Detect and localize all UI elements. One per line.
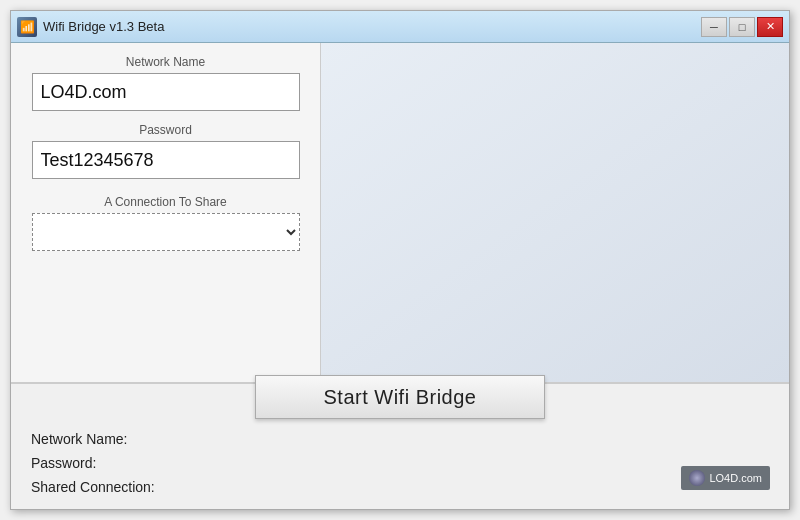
content-area: Network Name Password A Connection To Sh… (11, 43, 789, 382)
minimize-button[interactable]: ─ (701, 17, 727, 37)
window-title: Wifi Bridge v1.3 Beta (43, 19, 164, 34)
main-window: 📶 Wifi Bridge v1.3 Beta ─ □ ✕ Network Na… (10, 10, 790, 510)
network-name-input[interactable] (32, 73, 300, 111)
network-name-info: Network Name: (31, 429, 769, 449)
right-panel (321, 43, 789, 382)
network-name-label: Network Name (126, 55, 205, 69)
title-bar: 📶 Wifi Bridge v1.3 Beta ─ □ ✕ (11, 11, 789, 43)
close-button[interactable]: ✕ (757, 17, 783, 37)
password-label: Password (139, 123, 192, 137)
connection-select[interactable] (32, 213, 300, 251)
maximize-button[interactable]: □ (729, 17, 755, 37)
watermark-icon (689, 470, 705, 486)
title-bar-controls: ─ □ ✕ (701, 17, 783, 37)
watermark-text: LO4D.com (709, 472, 762, 484)
title-bar-left: 📶 Wifi Bridge v1.3 Beta (17, 17, 164, 37)
password-group: Password (31, 123, 300, 179)
password-info: Password: (31, 453, 769, 473)
bottom-section: Start Wifi Bridge Network Name: Password… (11, 382, 789, 509)
info-rows: Network Name: Password: Shared Connectio… (11, 419, 789, 509)
shared-connection-info: Shared Connection: (31, 477, 769, 497)
connection-label: A Connection To Share (104, 195, 227, 209)
start-button-row: Start Wifi Bridge (11, 383, 789, 419)
start-wifi-bridge-button[interactable]: Start Wifi Bridge (255, 375, 545, 419)
connection-group: A Connection To Share (31, 195, 300, 251)
password-input[interactable] (32, 141, 300, 179)
app-icon: 📶 (17, 17, 37, 37)
watermark: LO4D.com (681, 466, 770, 490)
left-panel: Network Name Password A Connection To Sh… (11, 43, 321, 382)
network-name-group: Network Name (31, 55, 300, 111)
